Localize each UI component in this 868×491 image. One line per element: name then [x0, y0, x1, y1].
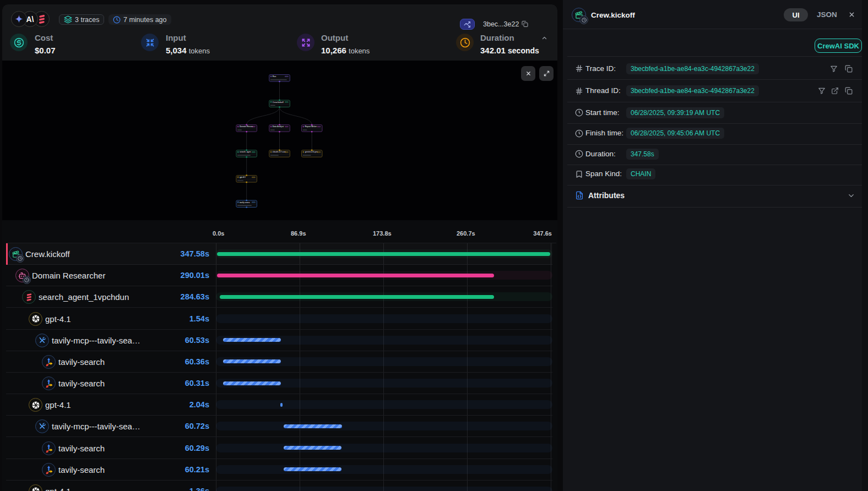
svg-text:Data Analyst: Data Analyst: [273, 126, 284, 128]
svg-text:Domain Resear: Domain Resear: [240, 126, 253, 128]
svg-text:Crew.kickoff: Crew.kickoff: [273, 101, 284, 103]
svg-text:gemini-2.5-pro: gemini-2.5-pro: [305, 151, 318, 153]
svg-text:gpt-4.1: gpt-4.1: [240, 176, 246, 178]
svg-text:search_agen: search_agen: [240, 151, 251, 153]
svg-text:tavily-searc: tavily-searc: [240, 201, 250, 204]
svg-text:Run: Run: [273, 75, 276, 78]
svg-text:claude-3.7-son: claude-3.7-son: [273, 151, 286, 153]
svg-text:Report Writer: Report Writer: [305, 126, 317, 128]
